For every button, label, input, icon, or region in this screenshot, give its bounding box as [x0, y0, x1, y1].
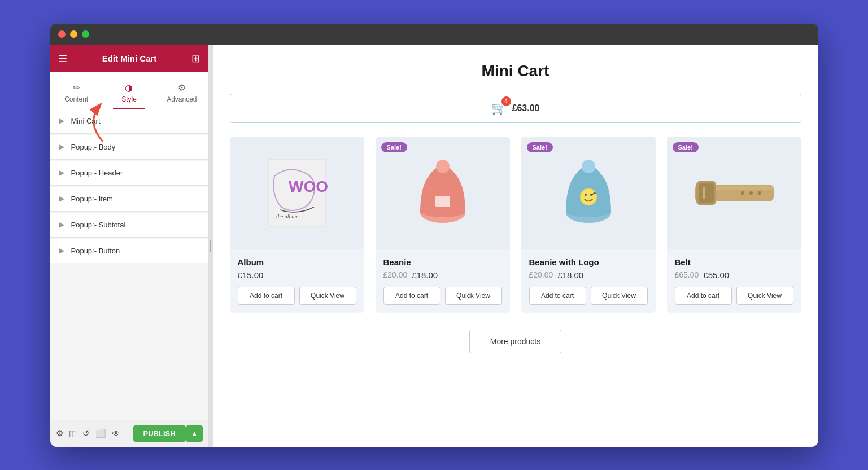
advanced-tab-label: Advanced [167, 95, 197, 103]
preview-icon[interactable]: 👁 [112, 429, 120, 438]
quick-view-button[interactable]: Quick View [445, 287, 502, 305]
svg-point-19 [741, 191, 744, 195]
sale-badge: Sale! [527, 142, 553, 152]
product-image-beanie: Sale! [376, 137, 510, 249]
add-to-cart-button[interactable]: Add to cart [238, 287, 295, 305]
sidebar-item-popup-subtotal[interactable]: ▶ Popup:- Subtotal [50, 213, 208, 238]
price-row: £65.00 £55.00 [675, 270, 793, 280]
sidebar-item-minicart[interactable]: ▶ Mini Cart [50, 109, 208, 134]
layers-icon[interactable]: ◫ [69, 428, 77, 438]
svg-rect-18 [703, 187, 705, 199]
preview-area: Mini Cart 🛒 4 £63.00 WOO [213, 45, 818, 447]
sidebar-item-popup-button[interactable]: ▶ Popup:- Button [50, 239, 208, 263]
sidebar-item-popup-header[interactable]: ▶ Popup:- Header [50, 161, 208, 186]
history-icon[interactable]: ↺ [82, 428, 90, 438]
quick-view-button[interactable]: Quick View [591, 287, 648, 305]
add-to-cart-button[interactable]: Add to cart [529, 287, 586, 305]
product-image-beanie-logo: Sale! [521, 137, 656, 249]
chevron-icon: ▶ [59, 221, 64, 229]
product-info-beanie: Beanie £20.00 £18.00 Add to cart Quick V… [376, 249, 510, 313]
tab-advanced[interactable]: ⚙ Advanced [155, 78, 208, 109]
product-name: Belt [675, 257, 793, 267]
sidebar-items: ▶ Mini Cart ▶ Popup:- Body ▶ Popup:- Hea… [50, 109, 208, 420]
price-original: £20.00 [383, 270, 408, 279]
tab-style[interactable]: ◑ Style [103, 78, 155, 109]
belt-image [692, 168, 777, 218]
svg-text:the album: the album [276, 213, 299, 219]
sidebar-bottom: ⚙ ◫ ↺ ⬜ 👁 PUBLISH ▲ [50, 420, 208, 447]
more-products-button[interactable]: More products [469, 330, 561, 353]
cart-bar[interactable]: 🛒 4 £63.00 [230, 94, 801, 123]
cart-badge: 4 [501, 96, 511, 106]
sidebar: ☰ Edit Mini Cart ⊞ ✏ Content ◑ Style [50, 45, 208, 447]
chevron-icon: ▶ [59, 117, 64, 125]
product-info-beanie-logo: Beanie with Logo £20.00 £18.00 Add to ca… [521, 249, 656, 313]
product-buttons: Add to cart Quick View [383, 287, 502, 305]
resize-handle[interactable] [208, 45, 213, 447]
page-title: Mini Cart [230, 62, 801, 80]
sale-badge: Sale! [673, 142, 699, 152]
content-tab-label: Content [64, 95, 88, 103]
quick-view-button[interactable]: Quick View [736, 287, 793, 305]
sidebar-tabs: ✏ Content ◑ Style [50, 72, 208, 109]
more-products-wrap: More products [230, 330, 801, 353]
product-buttons: Add to cart Quick View [238, 287, 356, 305]
settings-icon[interactable]: ⚙ [56, 428, 63, 438]
price-original: £20.00 [529, 270, 553, 279]
product-card-beanie-logo: Sale! [521, 137, 656, 313]
traffic-lights [58, 30, 89, 38]
sidebar-item-label: Popup:- Item [71, 195, 113, 203]
add-to-cart-button[interactable]: Add to cart [383, 287, 440, 305]
sidebar-item-popup-item[interactable]: ▶ Popup:- Item [50, 187, 208, 212]
svg-rect-17 [699, 183, 714, 203]
svg-text:WOO: WOO [289, 178, 328, 195]
resize-dot [210, 240, 211, 252]
svg-point-11 [585, 194, 587, 196]
cart-icon-wrap: 🛒 4 [491, 101, 507, 116]
product-info-album: Album £15.00 Add to cart Quick View [230, 249, 364, 313]
hamburger-icon[interactable]: ☰ [58, 52, 67, 65]
beanie-logo-image [557, 156, 620, 230]
minimize-button[interactable] [70, 30, 77, 38]
quick-view-button[interactable]: Quick View [299, 287, 356, 305]
sidebar-title: Edit Mini Cart [102, 54, 157, 63]
sidebar-item-label: Popup:- Body [71, 143, 116, 151]
product-name: Beanie with Logo [529, 257, 648, 267]
publish-dropdown-button[interactable]: ▲ [186, 425, 203, 442]
sidebar-item-label: Popup:- Header [71, 169, 123, 177]
publish-button[interactable]: PUBLISH [133, 425, 186, 442]
product-buttons: Add to cart Quick View [529, 287, 648, 305]
content-tab-icon: ✏ [73, 82, 80, 93]
sale-badge: Sale! [381, 142, 407, 152]
responsive-icon[interactable]: ⬜ [95, 428, 106, 438]
products-grid: WOO the album Album £15.00 Add to cart Q… [230, 137, 801, 313]
product-name: Beanie [383, 257, 502, 267]
price-current: £18.00 [412, 270, 438, 280]
chevron-icon: ▶ [59, 247, 64, 254]
advanced-tab-icon: ⚙ [178, 82, 186, 93]
tab-content[interactable]: ✏ Content [50, 78, 103, 109]
beanie-image [412, 156, 474, 230]
price-current: £15.00 [238, 270, 264, 280]
svg-point-10 [580, 188, 597, 205]
price-row: £20.00 £18.00 [529, 270, 648, 280]
chevron-icon: ▶ [59, 169, 64, 177]
titlebar [50, 24, 818, 45]
cart-total: £63.00 [512, 103, 540, 113]
product-card-album: WOO the album Album £15.00 Add to cart Q… [230, 137, 364, 313]
sidebar-item-popup-body[interactable]: ▶ Popup:- Body [50, 135, 208, 160]
sidebar-item-label: Popup:- Subtotal [71, 221, 126, 229]
svg-point-12 [590, 194, 592, 196]
chevron-icon: ▶ [59, 143, 64, 151]
maximize-button[interactable] [82, 30, 89, 38]
add-to-cart-button[interactable]: Add to cart [675, 287, 732, 305]
svg-point-9 [566, 206, 611, 217]
svg-point-13 [582, 160, 595, 173]
svg-point-5 [420, 206, 465, 217]
grid-icon[interactable]: ⊞ [191, 52, 200, 65]
close-button[interactable] [58, 30, 66, 38]
album-image: WOO the album [260, 153, 334, 232]
svg-rect-6 [435, 196, 450, 207]
chevron-icon: ▶ [59, 195, 64, 203]
sidebar-item-label: Mini Cart [71, 117, 101, 125]
